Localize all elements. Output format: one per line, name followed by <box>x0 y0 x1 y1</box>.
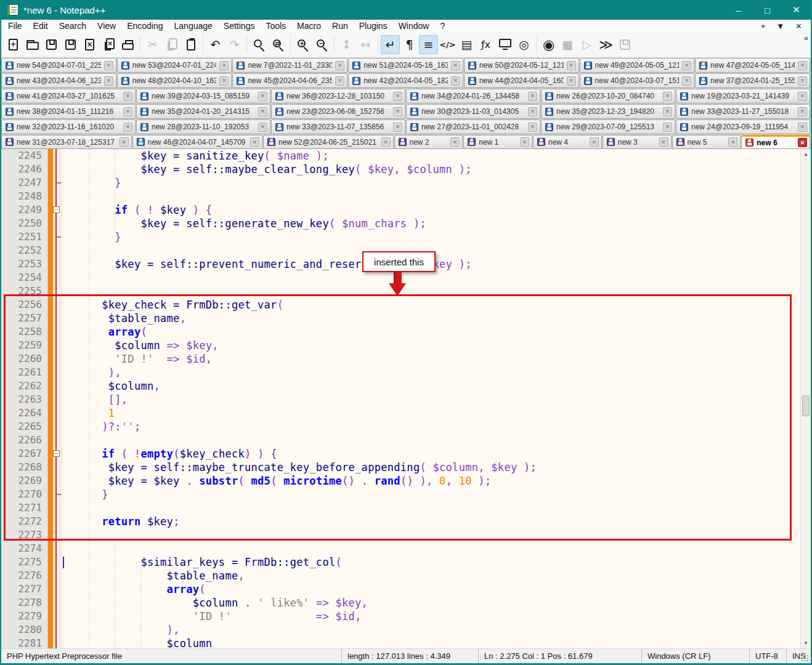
menu-item-help[interactable]: ? <box>434 20 450 32</box>
close-button[interactable]: ✕ <box>782 0 811 20</box>
tab-close-icon[interactable]: ✕ <box>250 137 259 147</box>
menu-item-search[interactable]: Search <box>54 20 92 32</box>
code-text[interactable]: 'ID !' => $id, <box>63 610 800 623</box>
code-text[interactable] <box>63 271 800 284</box>
tab-close-icon[interactable]: ✕ <box>520 137 529 147</box>
menu-item-plugins[interactable]: Plugins <box>354 20 393 32</box>
code-text[interactable]: array( <box>63 582 800 596</box>
fold-margin[interactable] <box>53 176 63 190</box>
tab-new-53-2024-07-01-224115[interactable]: new 53@2024-07-01_224115✕ <box>117 58 232 73</box>
tab-new-33-2023-11-07-135856[interactable]: new 33@2023-11-07_135856✕ <box>271 119 405 134</box>
code-text[interactable] <box>63 542 800 555</box>
tab-new-32-2023-11-16-161020[interactable]: new 32@2023-11-16_161020✕ <box>1 119 136 134</box>
tab-new-28-2023-11-10-192053[interactable]: new 28@2023-11-10_192053✕ <box>136 119 270 134</box>
tab-new-2[interactable]: new 2✕ <box>394 135 463 149</box>
tab-close-icon[interactable]: ✕ <box>567 76 576 86</box>
tab-close-icon[interactable]: ✕ <box>258 92 267 101</box>
tab-close-icon[interactable]: ✕ <box>663 107 672 116</box>
tab-close-icon[interactable]: ✕ <box>123 92 132 101</box>
tab-close-icon[interactable]: ✕ <box>798 123 807 132</box>
fold-margin[interactable] <box>53 230 63 244</box>
tab-new-3[interactable]: new 3✕ <box>603 135 672 149</box>
print-icon[interactable] <box>118 35 137 54</box>
tab-close-icon[interactable]: ✕ <box>335 61 344 70</box>
tab-close-icon[interactable]: ✕ <box>104 61 113 70</box>
tab-close-icon[interactable]: ✕ <box>798 92 807 101</box>
tab-new-37-2024-01-25-155714[interactable]: new 37@2024-01-25_155714✕ <box>695 73 810 88</box>
tab-new-35-2023-12-23-194820[interactable]: new 35@2023-12-23_194820✕ <box>541 104 675 119</box>
find-icon[interactable] <box>250 35 269 54</box>
tab-close-icon[interactable]: ✕ <box>104 76 113 86</box>
menu-item-tools[interactable]: Tools <box>260 20 291 32</box>
vertical-scrollbar[interactable]: ▲ ▼ <box>800 149 811 648</box>
maximize-button[interactable]: □ <box>753 0 782 20</box>
tab-new-40-2024-03-07-151147[interactable]: new 40@2024-03-07_151147✕ <box>580 73 695 88</box>
tab-new-41-2024-03-27-101625[interactable]: new 41@2024-03-27_101625✕ <box>1 89 136 103</box>
tab-new-19-2023-03-21-141439[interactable]: new 19@2023-03-21_141439✕ <box>676 89 810 103</box>
code-text[interactable]: $column <box>63 637 800 648</box>
tab-close-icon[interactable]: ✕ <box>219 76 229 86</box>
tab-close-icon[interactable]: ✕ <box>335 76 344 86</box>
tab-new-6[interactable]: new 6✕ <box>741 135 810 149</box>
fold-collapse-icon[interactable]: – <box>53 206 60 213</box>
document-peeker-icon[interactable]: ◎ <box>514 35 534 54</box>
tab-close-icon[interactable]: ✕ <box>528 107 537 116</box>
tab-close-icon[interactable]: ✕ <box>219 61 229 70</box>
tab-new-48-2024-04-10-163241[interactable]: new 48@2024-04-10_163241✕ <box>117 73 232 88</box>
tab-close-icon[interactable]: ✕ <box>451 76 460 86</box>
save-all-icon[interactable] <box>61 35 80 54</box>
tab-close-icon[interactable]: ✕ <box>663 123 672 132</box>
close-all-files-icon[interactable]: × <box>99 35 118 54</box>
tab-close-icon[interactable]: ✕ <box>451 61 460 70</box>
close-file-icon[interactable]: × <box>80 35 99 54</box>
code-text[interactable]: $similar_keys = FrmDb::get_col( <box>63 555 800 569</box>
paste-icon[interactable] <box>181 35 200 54</box>
tab-close-icon[interactable]: ✕ <box>528 92 537 101</box>
tab-new-29-2023-07-09-125513[interactable]: new 29@2023-07-09_125513✕ <box>541 119 675 134</box>
code-text[interactable]: $table_name, <box>63 569 800 582</box>
toolbar-overflow-chevron-icon[interactable]: » <box>804 33 808 42</box>
tab-new-36-2023-12-28-103150[interactable]: new 36@2023-12-28_103150✕ <box>271 89 405 103</box>
undo-icon[interactable]: ↶ <box>206 35 225 54</box>
tab-new-47-2024-05-05-114611[interactable]: new 47@2024-05-05_114611✕ <box>695 58 810 73</box>
macro-record-icon[interactable]: ◉ <box>539 35 558 54</box>
new-tab-plus-icon[interactable]: + <box>761 22 766 31</box>
close-tab-x-icon[interactable]: ✕ <box>795 22 802 31</box>
code-text[interactable]: } <box>63 230 800 244</box>
tab-new-23-2023-06-06-152756[interactable]: new 23@2023-06-06_152756✕ <box>271 104 405 119</box>
tab-list-dropdown-icon[interactable]: ▼ <box>776 22 784 31</box>
tab-close-icon[interactable]: ✕ <box>682 61 691 70</box>
tab-close-icon[interactable]: ✕ <box>659 137 668 147</box>
scroll-down-arrow-icon[interactable]: ▼ <box>801 638 811 648</box>
menu-item-edit[interactable]: Edit <box>28 20 54 32</box>
code-text[interactable]: $key = sanitize_key( $name ); <box>63 149 800 163</box>
document-map-icon[interactable]: ▤ <box>457 35 476 54</box>
tab-new-42-2024-04-05-182825[interactable]: new 42@2024-04-05_182825✕ <box>348 73 463 88</box>
tab-new-34-2024-01-26-134458[interactable]: new 34@2024-01-26_134458✕ <box>406 89 540 103</box>
tab-new-30-2023-11-03-014305[interactable]: new 30@2023-11-03_014305✕ <box>406 104 540 119</box>
menu-item-settings[interactable]: Settings <box>218 20 261 32</box>
tab-new-1[interactable]: new 1✕ <box>463 135 532 149</box>
tab-new-35-2024-01-20-214315[interactable]: new 35@2024-01-20_214315✕ <box>136 104 270 119</box>
resize-grip[interactable] <box>802 655 809 662</box>
monitoring-icon[interactable] <box>495 35 514 54</box>
menu-item-view[interactable]: View <box>92 20 121 32</box>
tab-new-45-2024-04-06-235405[interactable]: new 45@2024-04-06_235405✕ <box>232 73 347 88</box>
open-close-html-tag-icon[interactable]: </> <box>438 35 457 54</box>
tab-new-4[interactable]: new 4✕ <box>533 135 602 149</box>
menu-item-encoding[interactable]: Encoding <box>121 20 168 32</box>
tab-close-icon[interactable]: ✕ <box>123 107 132 116</box>
tab-new-52-2024-06-25-215021[interactable]: new 52@2024-06-25_215021✕ <box>263 135 394 149</box>
tab-close-icon[interactable]: ✕ <box>728 137 737 147</box>
tab-close-icon[interactable]: ✕ <box>798 138 807 147</box>
scrollbar-thumb[interactable] <box>802 395 810 416</box>
tab-close-icon[interactable]: ✕ <box>567 61 576 70</box>
tab-close-icon[interactable]: ✕ <box>393 107 402 116</box>
tab-close-icon[interactable]: ✕ <box>393 92 402 101</box>
zoom-out-icon[interactable]: − <box>312 35 331 54</box>
tab-new-33-2023-11-27-155018[interactable]: new 33@2023-11-27_155018✕ <box>676 104 810 119</box>
code-text[interactable]: } <box>63 176 800 190</box>
tab-close-icon[interactable]: ✕ <box>393 123 402 132</box>
code-text[interactable]: ), <box>63 623 800 637</box>
tab-new-50-2024-05-12-121514[interactable]: new 50@2024-05-12_121514✕ <box>464 58 579 73</box>
